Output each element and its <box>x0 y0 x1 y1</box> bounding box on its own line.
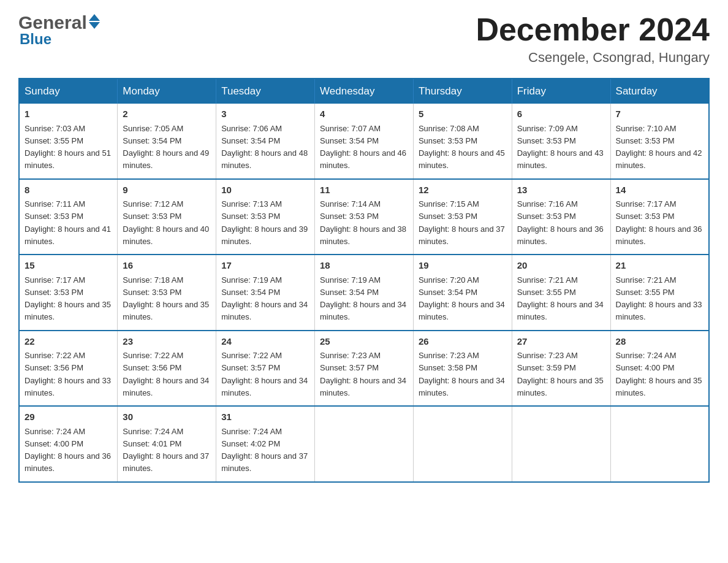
header-wednesday: Wednesday <box>315 79 414 104</box>
sunrise-info: Sunrise: 7:16 AM <box>517 199 578 209</box>
sunset-info: Sunset: 3:54 PM <box>221 288 280 297</box>
sunrise-info: Sunrise: 7:05 AM <box>123 124 183 133</box>
sunset-info: Sunset: 3:56 PM <box>25 363 83 372</box>
day-number: 27 <box>517 335 605 349</box>
sunrise-info: Sunrise: 7:19 AM <box>221 275 282 285</box>
day-number: 18 <box>320 259 408 273</box>
sunset-info: Sunset: 3:55 PM <box>25 136 83 145</box>
calendar-day-cell: 20 Sunrise: 7:21 AM Sunset: 3:55 PM Dayl… <box>512 255 610 331</box>
logo: General Blue <box>18 12 102 48</box>
sunset-info: Sunset: 3:53 PM <box>25 212 83 221</box>
page-header: General Blue December 2024 Csengele, Cso… <box>18 12 710 66</box>
daylight-info: Daylight: 8 hours and 34 minutes. <box>517 300 604 321</box>
calendar-week-row: 22 Sunrise: 7:22 AM Sunset: 3:56 PM Dayl… <box>19 331 709 407</box>
sunset-info: Sunset: 3:59 PM <box>517 363 576 372</box>
header-sunday: Sunday <box>19 79 118 104</box>
calendar-day-cell: 4 Sunrise: 7:07 AM Sunset: 3:54 PM Dayli… <box>315 104 414 179</box>
sunset-info: Sunset: 3:57 PM <box>221 363 280 372</box>
sunrise-info: Sunrise: 7:23 AM <box>320 351 381 360</box>
daylight-info: Daylight: 8 hours and 51 minutes. <box>25 148 111 170</box>
day-number: 9 <box>123 183 211 197</box>
sunset-info: Sunset: 3:53 PM <box>123 212 181 221</box>
calendar-day-cell: 13 Sunrise: 7:16 AM Sunset: 3:53 PM Dayl… <box>512 179 610 255</box>
sunrise-info: Sunrise: 7:17 AM <box>25 275 85 285</box>
day-number: 8 <box>25 183 112 197</box>
calendar-day-cell: 27 Sunrise: 7:23 AM Sunset: 3:59 PM Dayl… <box>512 331 610 407</box>
day-number: 15 <box>25 259 112 273</box>
calendar-day-cell: 25 Sunrise: 7:23 AM Sunset: 3:57 PM Dayl… <box>315 331 414 407</box>
weekday-header-row: Sunday Monday Tuesday Wednesday Thursday… <box>19 79 709 104</box>
calendar-day-cell: 7 Sunrise: 7:10 AM Sunset: 3:53 PM Dayli… <box>610 104 709 179</box>
day-number: 13 <box>517 183 605 197</box>
day-number: 1 <box>25 107 112 121</box>
sunset-info: Sunset: 3:54 PM <box>221 136 280 145</box>
day-number: 6 <box>517 107 605 121</box>
calendar-day-cell: 29 Sunrise: 7:24 AM Sunset: 4:00 PM Dayl… <box>19 406 118 482</box>
day-number: 14 <box>616 183 703 197</box>
title-section: December 2024 Csengele, Csongrad, Hungar… <box>476 12 710 66</box>
calendar-day-cell: 24 Sunrise: 7:22 AM Sunset: 3:57 PM Dayl… <box>216 331 315 407</box>
day-number: 10 <box>221 183 309 197</box>
sunrise-info: Sunrise: 7:14 AM <box>320 199 381 209</box>
header-tuesday: Tuesday <box>216 79 315 104</box>
daylight-info: Daylight: 8 hours and 42 minutes. <box>616 148 702 170</box>
sunrise-info: Sunrise: 7:24 AM <box>123 427 183 436</box>
day-number: 31 <box>221 410 309 424</box>
sunset-info: Sunset: 3:53 PM <box>616 136 675 145</box>
sunset-info: Sunset: 3:54 PM <box>320 136 379 145</box>
sunrise-info: Sunrise: 7:21 AM <box>616 275 677 285</box>
calendar-day-cell: 11 Sunrise: 7:14 AM Sunset: 3:53 PM Dayl… <box>315 179 414 255</box>
calendar-week-row: 29 Sunrise: 7:24 AM Sunset: 4:00 PM Dayl… <box>19 406 709 482</box>
day-number: 7 <box>616 107 703 121</box>
daylight-info: Daylight: 8 hours and 36 minutes. <box>25 451 111 473</box>
header-saturday: Saturday <box>610 79 709 104</box>
calendar-day-cell: 9 Sunrise: 7:12 AM Sunset: 3:53 PM Dayli… <box>118 179 216 255</box>
header-monday: Monday <box>118 79 216 104</box>
day-number: 30 <box>123 410 211 424</box>
sunset-info: Sunset: 3:54 PM <box>419 288 477 297</box>
sunset-info: Sunset: 3:57 PM <box>320 363 379 372</box>
day-number: 12 <box>419 183 507 197</box>
daylight-info: Daylight: 8 hours and 33 minutes. <box>616 300 702 321</box>
daylight-info: Daylight: 8 hours and 37 minutes. <box>123 451 209 473</box>
calendar-week-row: 8 Sunrise: 7:11 AM Sunset: 3:53 PM Dayli… <box>19 179 709 255</box>
calendar-day-cell: 10 Sunrise: 7:13 AM Sunset: 3:53 PM Dayl… <box>216 179 315 255</box>
calendar-day-cell: 14 Sunrise: 7:17 AM Sunset: 3:53 PM Dayl… <box>610 179 709 255</box>
sunset-info: Sunset: 4:00 PM <box>616 363 675 372</box>
logo-blue-text: Blue <box>20 31 51 47</box>
sunrise-info: Sunrise: 7:21 AM <box>517 275 578 285</box>
calendar-day-cell: 18 Sunrise: 7:19 AM Sunset: 3:54 PM Dayl… <box>315 255 414 331</box>
sunset-info: Sunset: 3:58 PM <box>419 363 477 372</box>
sunset-info: Sunset: 3:54 PM <box>123 136 181 145</box>
daylight-info: Daylight: 8 hours and 34 minutes. <box>320 300 406 321</box>
sunrise-info: Sunrise: 7:13 AM <box>221 199 282 209</box>
sunset-info: Sunset: 4:02 PM <box>221 439 280 448</box>
daylight-info: Daylight: 8 hours and 34 minutes. <box>419 376 505 397</box>
daylight-info: Daylight: 8 hours and 38 minutes. <box>320 224 406 246</box>
day-number: 26 <box>419 335 507 349</box>
day-number: 16 <box>123 259 211 273</box>
sunrise-info: Sunrise: 7:22 AM <box>123 351 183 360</box>
sunrise-info: Sunrise: 7:03 AM <box>25 124 85 133</box>
sunrise-info: Sunrise: 7:15 AM <box>419 199 479 209</box>
daylight-info: Daylight: 8 hours and 35 minutes. <box>616 376 702 397</box>
sunrise-info: Sunrise: 7:19 AM <box>320 275 381 285</box>
sunrise-info: Sunrise: 7:09 AM <box>517 124 578 133</box>
calendar-day-cell <box>512 406 610 482</box>
calendar-day-cell: 23 Sunrise: 7:22 AM Sunset: 3:56 PM Dayl… <box>118 331 216 407</box>
calendar-day-cell: 1 Sunrise: 7:03 AM Sunset: 3:55 PM Dayli… <box>19 104 118 179</box>
sunset-info: Sunset: 4:00 PM <box>25 439 83 448</box>
calendar-day-cell: 28 Sunrise: 7:24 AM Sunset: 4:00 PM Dayl… <box>610 331 709 407</box>
daylight-info: Daylight: 8 hours and 36 minutes. <box>616 224 702 246</box>
sunrise-info: Sunrise: 7:17 AM <box>616 199 677 209</box>
daylight-info: Daylight: 8 hours and 34 minutes. <box>123 376 209 397</box>
daylight-info: Daylight: 8 hours and 40 minutes. <box>123 224 209 246</box>
day-number: 5 <box>419 107 507 121</box>
sunrise-info: Sunrise: 7:10 AM <box>616 124 677 133</box>
sunrise-info: Sunrise: 7:24 AM <box>616 351 677 360</box>
day-number: 25 <box>320 335 408 349</box>
calendar-day-cell <box>610 406 709 482</box>
sunset-info: Sunset: 3:54 PM <box>320 288 379 297</box>
sunset-info: Sunset: 3:53 PM <box>221 212 280 221</box>
calendar-day-cell: 2 Sunrise: 7:05 AM Sunset: 3:54 PM Dayli… <box>118 104 216 179</box>
